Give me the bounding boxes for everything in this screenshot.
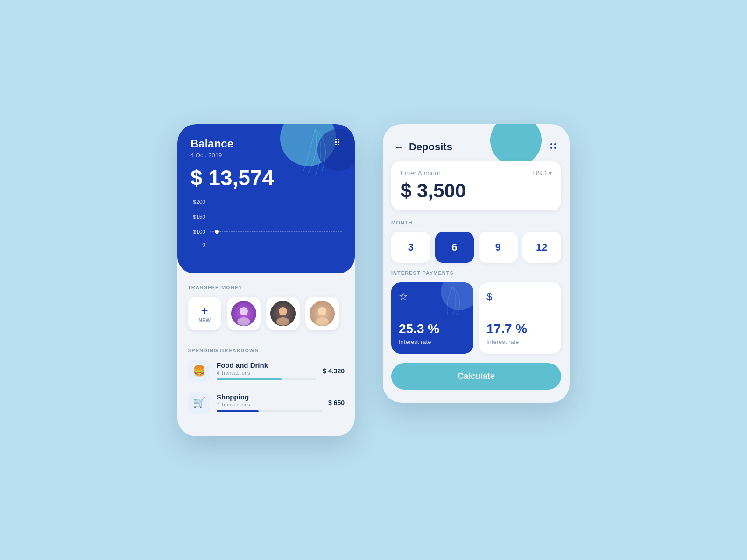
- transfer-avatars: + NEW: [188, 297, 345, 330]
- back-button[interactable]: ←: [394, 142, 403, 153]
- avatar-3[interactable]: [305, 297, 339, 330]
- chart-dot: [215, 230, 219, 234]
- avatar-circle-1: [231, 301, 256, 326]
- month-section: MONTH 3 6 9 12: [383, 220, 570, 270]
- food-name: Food and Drink: [217, 361, 316, 369]
- chart-row-200: $200: [190, 199, 342, 205]
- food-transactions: 4 Transactions: [217, 370, 316, 376]
- svg-point-12: [554, 147, 556, 149]
- month-grid: 3 6 9 12: [391, 232, 561, 263]
- deposits-title: Deposits: [409, 141, 452, 153]
- balance-menu-dots[interactable]: ⠿: [334, 137, 342, 148]
- avatar-face-2: [270, 301, 296, 326]
- chart-label-150: $150: [190, 214, 205, 220]
- svg-point-4: [279, 307, 287, 315]
- svg-point-2: [237, 317, 250, 326]
- deposits-content: ← Deposits Enter Amount U: [383, 124, 570, 390]
- shopping-icon-box: 🛒: [188, 392, 210, 414]
- food-icon-box: 🍔: [188, 360, 210, 382]
- chart-label-200: $200: [190, 199, 205, 205]
- balance-amount: $ 13,574: [190, 165, 342, 190]
- new-label: NEW: [198, 317, 211, 323]
- balance-date: 4 Oct. 2019: [190, 152, 233, 159]
- food-icon: 🍔: [193, 365, 205, 377]
- currency-selector[interactable]: USD ▾: [533, 169, 552, 177]
- plus-icon: +: [201, 304, 208, 316]
- interest-rate-label-1: Interest rate: [399, 338, 466, 345]
- svg-point-1: [240, 307, 248, 315]
- left-phone: Balance 4 Oct. 2019 ⠿ $ 13,574 $200 $150: [177, 124, 355, 436]
- avatar-2[interactable]: [266, 297, 300, 330]
- interest-grid: ☆ 25.3 % Interest rate $ 17.7 % Interest…: [391, 282, 561, 354]
- interest-rate-label-2: Interest rate: [486, 338, 554, 345]
- currency-code: USD: [533, 169, 547, 177]
- food-bar: [217, 378, 282, 380]
- dashed-line-200: [210, 202, 342, 202]
- chart-solid-line: [210, 245, 342, 245]
- transfer-section-title: TRANSFER MONEY: [188, 285, 345, 290]
- food-amount: $ 4.320: [323, 367, 345, 375]
- svg-point-11: [550, 147, 552, 149]
- food-bar-wrap: [217, 378, 316, 380]
- balance-card: Balance 4 Oct. 2019 ⠿ $ 13,574 $200 $150: [177, 124, 355, 273]
- interest-rate-2: 17.7 %: [486, 322, 554, 336]
- chart-labels: $200 $150 $100: [190, 199, 342, 235]
- shopping-transactions: 7 Transactions: [217, 402, 322, 407]
- amount-card-header: Enter Amount USD ▾: [401, 169, 552, 177]
- star-icon: ☆: [399, 291, 466, 303]
- spending-section: SPENDING BREAKDOWN 🍔 Food and Drink 4 Tr…: [177, 339, 355, 436]
- svg-point-8: [316, 317, 329, 326]
- balance-title: Balance: [190, 137, 233, 150]
- spending-item-shopping: 🛒 Shopping 7 Transactions $ 650: [188, 392, 345, 414]
- food-info: Food and Drink 4 Transactions: [217, 361, 316, 380]
- dashed-line-100: [210, 231, 342, 232]
- enter-amount-label: Enter Amount: [401, 169, 440, 177]
- month-section-title: MONTH: [391, 220, 561, 225]
- svg-point-10: [554, 143, 556, 145]
- shopping-name: Shopping: [217, 393, 322, 401]
- new-avatar-button[interactable]: + NEW: [188, 297, 221, 330]
- month-btn-9[interactable]: 9: [479, 232, 518, 263]
- interest-rate-1: 25.3 %: [399, 322, 466, 336]
- chart-row-100: $100: [190, 229, 342, 235]
- deposits-menu-dots[interactable]: [548, 141, 558, 154]
- chart-zero-row: 0: [190, 242, 342, 248]
- chart-label-100: $100: [190, 229, 205, 235]
- deposits-header: ← Deposits: [383, 124, 570, 161]
- month-btn-12[interactable]: 12: [522, 232, 562, 263]
- spending-section-title: SPENDING BREAKDOWN: [188, 348, 345, 353]
- avatar-circle-3: [310, 301, 335, 326]
- chart-label-zero: 0: [190, 242, 205, 248]
- chart-area: $200 $150 $100 0: [190, 199, 342, 248]
- deposits-header-left: ← Deposits: [394, 141, 452, 153]
- svg-point-5: [276, 317, 289, 326]
- dollar-icon: $: [486, 291, 554, 303]
- three-dots-grid-icon: [548, 141, 558, 151]
- interest-card-primary: ☆ 25.3 % Interest rate: [391, 282, 473, 354]
- interest-section: INTEREST PAYMENTS ☆ 25.3 % Interest: [383, 270, 570, 363]
- shopping-bar-wrap: [217, 410, 322, 412]
- month-btn-3[interactable]: 3: [391, 232, 430, 263]
- balance-header: Balance 4 Oct. 2019 ⠿: [190, 137, 342, 159]
- shopping-bar: [217, 410, 259, 412]
- right-phone: ← Deposits Enter Amount U: [383, 124, 570, 403]
- balance-title-group: Balance 4 Oct. 2019: [190, 137, 233, 159]
- shopping-info: Shopping 7 Transactions: [217, 393, 322, 412]
- spending-item-food: 🍔 Food and Drink 4 Transactions $ 4.320: [188, 360, 345, 382]
- svg-point-9: [550, 143, 552, 145]
- avatar-circle-2: [270, 301, 296, 326]
- shopping-icon: 🛒: [193, 397, 205, 409]
- spending-divider: [188, 339, 345, 339]
- transfer-section: TRANSFER MONEY + NEW: [177, 273, 355, 339]
- amount-card: Enter Amount USD ▾ $ 3,500: [391, 161, 561, 210]
- shopping-amount: $ 650: [328, 399, 345, 406]
- avatar-1[interactable]: [227, 297, 261, 330]
- interest-card-secondary: $ 17.7 % Interest rate: [479, 282, 561, 354]
- month-btn-6[interactable]: 6: [435, 232, 474, 263]
- deposit-amount-value[interactable]: $ 3,500: [401, 180, 552, 202]
- avatar-face-3: [310, 301, 335, 326]
- interest-section-title: INTEREST PAYMENTS: [391, 270, 561, 276]
- calculate-button[interactable]: Calculate: [391, 363, 561, 390]
- dashed-line-150: [210, 217, 342, 217]
- chart-row-150: $150: [190, 214, 342, 220]
